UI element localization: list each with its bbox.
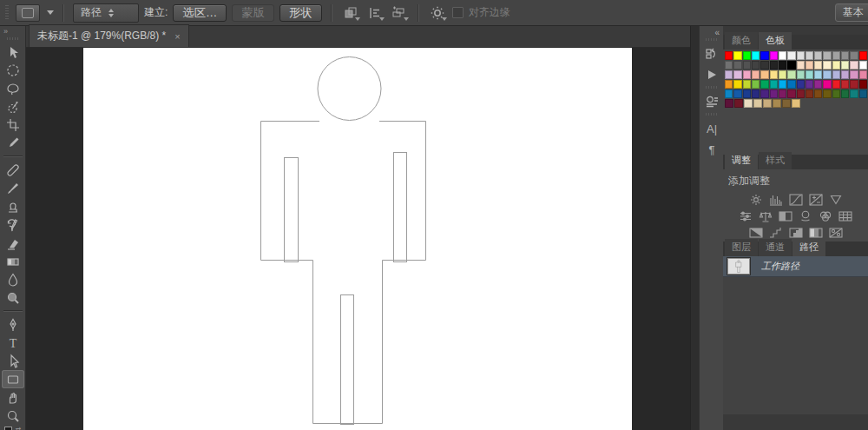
color-swatch[interactable]	[779, 51, 786, 60]
tab-channels[interactable]: 通道	[759, 239, 792, 256]
color-swatch[interactable]	[850, 89, 858, 98]
color-swatch[interactable]	[823, 61, 831, 69]
tab-paths[interactable]: 路径	[792, 239, 825, 256]
canvas-area[interactable]	[26, 48, 690, 430]
color-swatch[interactable]	[823, 80, 831, 89]
adjustment-black-white-icon[interactable]	[778, 209, 793, 222]
tool-pen[interactable]	[2, 315, 24, 334]
color-swatch[interactable]	[779, 70, 786, 79]
color-swatch[interactable]	[787, 51, 795, 60]
options-bar-grip[interactable]	[5, 5, 9, 21]
dock-icon-character[interactable]: A|	[700, 118, 724, 139]
color-swatch[interactable]	[743, 80, 751, 89]
color-swatch[interactable]	[770, 61, 778, 69]
tool-history-brush[interactable]	[2, 215, 24, 234]
geometry-options-button[interactable]	[428, 4, 447, 22]
dock-icon-history[interactable]	[700, 43, 724, 64]
color-swatch[interactable]	[770, 80, 778, 89]
color-swatch[interactable]	[832, 51, 840, 60]
color-swatch[interactable]	[743, 61, 751, 69]
color-swatch[interactable]	[744, 99, 753, 108]
adjustment-posterize-icon[interactable]	[768, 226, 784, 239]
tool-lasso[interactable]	[2, 79, 24, 97]
tool-preset-button[interactable]	[16, 4, 40, 22]
adjustment-selective-color-icon[interactable]	[828, 226, 844, 239]
tab-layers[interactable]: 图层	[725, 239, 758, 256]
dock-icon-actions[interactable]	[700, 64, 724, 85]
color-swatch[interactable]	[770, 70, 778, 79]
path-alignment-button[interactable]	[365, 4, 385, 22]
adjustment-levels-icon[interactable]	[768, 193, 784, 206]
tool-type[interactable]: T	[2, 334, 24, 352]
make-mask-button[interactable]: 蒙版	[232, 4, 274, 22]
color-swatch[interactable]	[725, 80, 733, 89]
tool-blur[interactable]	[2, 270, 24, 288]
color-swatch[interactable]	[859, 89, 867, 98]
color-swatch[interactable]	[859, 51, 867, 60]
dock-icon-paragraph[interactable]: ¶	[700, 139, 724, 160]
tool-hand[interactable]	[2, 388, 24, 407]
tab-styles[interactable]: 样式	[759, 152, 792, 169]
color-swatch[interactable]	[770, 89, 778, 98]
color-swatch[interactable]	[752, 80, 760, 89]
color-swatch[interactable]	[734, 99, 743, 108]
adjustment-threshold-icon[interactable]	[788, 226, 804, 239]
color-swatch[interactable]	[814, 89, 822, 98]
adjustment-vibrance-icon[interactable]	[828, 193, 844, 206]
color-swatch[interactable]	[850, 61, 858, 69]
color-swatch[interactable]	[763, 99, 772, 108]
color-swatch[interactable]	[725, 89, 733, 98]
color-swatch[interactable]	[797, 70, 805, 79]
color-swatch[interactable]	[797, 80, 805, 89]
document-tab[interactable]: 未标题-1 @ 179%(RGB/8) * ×	[29, 24, 189, 47]
color-swatch[interactable]	[823, 89, 831, 98]
color-swatch[interactable]	[760, 61, 768, 69]
tool-preset-dropdown-icon[interactable]	[47, 10, 54, 15]
align-edges-checkbox[interactable]	[452, 7, 464, 18]
color-swatch[interactable]	[760, 89, 768, 98]
color-swatch[interactable]	[752, 70, 760, 79]
color-swatch[interactable]	[806, 80, 813, 89]
workspace-switcher-button[interactable]: 基本	[835, 3, 868, 22]
color-swatch[interactable]	[733, 89, 741, 98]
tool-crop[interactable]	[2, 116, 24, 134]
color-swatch[interactable]	[850, 70, 858, 79]
tool-eyedropper[interactable]	[2, 134, 24, 152]
color-swatch[interactable]	[806, 70, 813, 79]
dock-grip[interactable]	[706, 38, 718, 41]
adjustment-photo-filter-icon[interactable]	[798, 209, 813, 222]
dock-icon-tool-presets[interactable]	[700, 91, 724, 112]
color-swatch[interactable]	[779, 89, 786, 98]
color-swatch[interactable]	[832, 70, 840, 79]
color-swatch[interactable]	[806, 61, 813, 69]
color-swatch[interactable]	[743, 51, 751, 60]
dock-grip[interactable]	[706, 86, 718, 89]
color-swatch[interactable]	[753, 99, 762, 108]
tool-dodge[interactable]	[2, 288, 24, 307]
color-swatch[interactable]	[832, 61, 840, 69]
color-swatch[interactable]	[850, 51, 858, 60]
tab-adjustments[interactable]: 调整	[725, 152, 758, 169]
tool-mode-select[interactable]: 路径	[73, 3, 139, 23]
tool-brush[interactable]	[2, 179, 24, 197]
adjustment-brightness-contrast-icon[interactable]	[748, 193, 764, 206]
adjustment-gradient-map-icon[interactable]	[808, 226, 824, 239]
tool-move[interactable]	[2, 43, 24, 61]
adjustment-invert-icon[interactable]	[748, 226, 764, 239]
color-swatch[interactable]	[733, 51, 741, 60]
color-swatch[interactable]	[782, 99, 791, 108]
tool-quick-selection[interactable]	[2, 97, 24, 116]
color-swatch[interactable]	[797, 51, 805, 60]
color-swatch[interactable]	[823, 70, 831, 79]
color-swatch[interactable]	[797, 89, 805, 98]
color-swatch[interactable]	[787, 80, 795, 89]
color-swatch[interactable]	[779, 80, 786, 89]
color-swatch[interactable]	[725, 99, 733, 108]
color-swatch[interactable]	[823, 51, 831, 60]
color-swatch[interactable]	[841, 51, 849, 60]
tool-zoom[interactable]	[2, 407, 24, 425]
work-path-thumbnail[interactable]	[727, 258, 750, 275]
make-selection-button[interactable]: 选区…	[173, 4, 227, 22]
color-swatch[interactable]	[806, 51, 813, 60]
color-swatch[interactable]	[850, 80, 858, 89]
